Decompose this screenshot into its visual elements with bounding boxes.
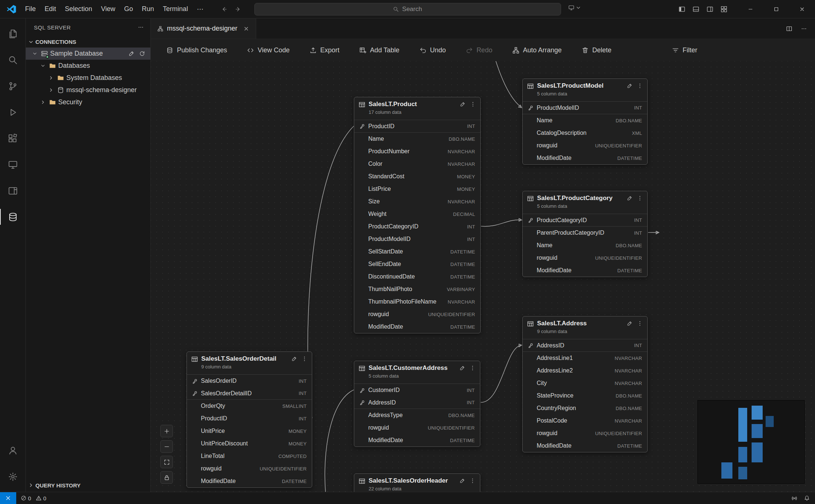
column-row-modifieddate[interactable]: ModifiedDate DATETIME	[354, 434, 480, 447]
activity-item-panel-view[interactable]	[0, 178, 25, 204]
back-button[interactable]	[221, 6, 227, 12]
column-row-modifieddate[interactable]: ModifiedDate DATETIME	[523, 264, 647, 277]
remote-window-indicator[interactable]	[568, 5, 581, 11]
table-menu-button[interactable]	[470, 101, 476, 107]
column-row-name[interactable]: Name DBO.NAME	[523, 239, 647, 252]
table-node-header[interactable]: SalesLT.SalesOrderHeader 22 column data	[354, 474, 480, 492]
delete-button[interactable]: Delete	[582, 46, 612, 54]
chevron-right-icon[interactable]	[47, 87, 55, 93]
minimize-button[interactable]	[738, 0, 763, 18]
table-menu-button[interactable]	[637, 195, 643, 201]
toggle-secondary-sidebar-button[interactable]	[707, 6, 713, 13]
column-row-name[interactable]: Name DBO.NAME	[354, 133, 480, 145]
forward-button[interactable]	[235, 6, 241, 12]
column-row-addressid[interactable]: AddressID INT	[354, 396, 480, 409]
table-menu-button[interactable]	[637, 321, 643, 326]
broadcast-icon[interactable]	[791, 495, 797, 501]
menu-edit[interactable]: Edit	[40, 3, 60, 15]
maximize-button[interactable]	[763, 0, 789, 18]
column-row-rowguid[interactable]: rowguid UNIQUEIDENTIFIER	[354, 308, 480, 321]
column-row-name[interactable]: Name DBO.NAME	[523, 114, 647, 127]
tree-item-databases[interactable]: Databases	[26, 60, 150, 72]
toggle-panel-button[interactable]	[693, 6, 699, 13]
column-row-addressid[interactable]: AddressID INT	[523, 339, 647, 352]
column-row-salesorderdetailid[interactable]: SalesOrderDetailID INT	[187, 387, 312, 400]
column-row-sellenddate[interactable]: SellEndDate DATETIME	[354, 258, 480, 270]
table-menu-button[interactable]	[470, 478, 476, 484]
table-node-header[interactable]: SalesLT.CustomerAddress 5 column data	[354, 361, 480, 384]
tree-item-security[interactable]: Security	[26, 96, 150, 108]
edit-table-button[interactable]	[460, 101, 466, 107]
activity-item-accounts[interactable]	[0, 437, 25, 463]
filter-button[interactable]: Filter	[672, 46, 697, 54]
column-row-rowguid[interactable]: rowguid UNIQUEIDENTIFIER	[523, 427, 647, 440]
column-row-addresstype[interactable]: AddressType DBO.NAME	[354, 409, 480, 421]
split-editor-button[interactable]	[786, 26, 792, 32]
edit-button[interactable]	[128, 50, 135, 57]
edit-table-button[interactable]	[459, 478, 465, 484]
table-node-address[interactable]: SalesLT.Address 9 column data AddressID …	[522, 316, 648, 452]
problems-status[interactable]: 0 0	[21, 495, 49, 501]
column-row-rowguid[interactable]: rowguid UNIQUEIDENTIFIER	[523, 139, 647, 152]
column-row-modifieddate[interactable]: ModifiedDate DATETIME	[187, 475, 312, 487]
query-history-section[interactable]: QUERY HISTORY	[26, 479, 150, 492]
fit-view-button[interactable]	[160, 456, 173, 468]
column-row-stateprovince[interactable]: StateProvince DBO.NAME	[523, 389, 647, 402]
activity-item-search[interactable]	[0, 47, 25, 73]
command-center-search[interactable]: Search	[254, 3, 561, 15]
column-row-rowguid[interactable]: rowguid UNIQUEIDENTIFIER	[354, 421, 480, 434]
column-row-linetotal[interactable]: LineTotal COMPUTED	[187, 450, 312, 462]
column-row-thumbnailphoto[interactable]: ThumbNailPhoto VARBINARY	[354, 283, 480, 295]
column-row-city[interactable]: City NVARCHAR	[523, 377, 647, 389]
table-node-product-model[interactable]: SalesLT.ProductModel 5 column data Produ…	[522, 78, 648, 165]
redo-button[interactable]: Redo	[466, 46, 492, 54]
lock-canvas-button[interactable]	[160, 471, 173, 484]
column-row-postalcode[interactable]: PostalCode NVARCHAR	[523, 414, 647, 427]
column-row-weight[interactable]: Weight DECIMAL	[354, 208, 480, 220]
undo-button[interactable]: Undo	[419, 46, 446, 54]
close-tab-button[interactable]	[243, 26, 249, 32]
menu-terminal[interactable]: Terminal	[159, 3, 192, 15]
refresh-button[interactable]	[139, 50, 145, 57]
column-row-thumbnailphotofilename[interactable]: ThumbnailPhotoFileName NVARCHAR	[354, 295, 480, 308]
menu-selection[interactable]: Selection	[60, 3, 97, 15]
tree-item-sample-database[interactable]: Sample Database	[26, 48, 150, 60]
remote-indicator[interactable]	[0, 492, 16, 504]
menu-overflow[interactable]: ⋯	[192, 3, 208, 15]
column-row-color[interactable]: Color NVARCHAR	[354, 158, 480, 170]
schema-canvas[interactable]: SalesLT.Product 17 column data ProductID…	[151, 61, 815, 492]
chevron-down-icon[interactable]	[39, 63, 46, 69]
edit-table-button[interactable]	[459, 365, 465, 371]
menu-go[interactable]: Go	[120, 3, 137, 15]
table-node-sales-order-detail[interactable]: SalesLT.SalesOrderDetail 9 column data S…	[187, 351, 312, 488]
zoom-out-button[interactable]	[160, 440, 173, 453]
column-row-modifieddate[interactable]: ModifiedDate DATETIME	[523, 440, 647, 452]
tree-item-mssql-schema-designer[interactable]: mssql-schema-designer	[26, 84, 150, 96]
column-row-standardcost[interactable]: StandardCost MONEY	[354, 170, 480, 183]
view-code-button[interactable]: View Code	[247, 46, 290, 54]
sidebar-more-actions-button[interactable]	[138, 24, 144, 30]
menu-view[interactable]: View	[97, 3, 120, 15]
publish-changes-button[interactable]: Publish Changes	[166, 46, 227, 54]
column-row-modifieddate[interactable]: ModifiedDate DATETIME	[523, 152, 647, 164]
column-row-productid[interactable]: ProductID INT	[354, 120, 480, 133]
activity-item-settings[interactable]	[0, 463, 25, 490]
table-menu-button[interactable]	[637, 83, 643, 89]
tree-item-system-databases[interactable]: System Databases	[26, 72, 150, 84]
notifications-bell-icon[interactable]	[804, 495, 810, 501]
table-node-sales-order-header[interactable]: SalesLT.SalesOrderHeader 22 column data	[354, 473, 480, 492]
column-row-customerid[interactable]: CustomerID INT	[354, 384, 480, 396]
column-row-addressline1[interactable]: AddressLine1 NVARCHAR	[523, 352, 647, 364]
table-node-header[interactable]: SalesLT.ProductModel 5 column data	[523, 79, 647, 102]
column-row-rowguid[interactable]: rowguid UNIQUEIDENTIFIER	[523, 252, 647, 264]
tab-mssql-schema-designer[interactable]: mssql-schema-designer	[151, 18, 256, 39]
column-row-unitprice[interactable]: UnitPrice MONEY	[187, 425, 312, 437]
activity-item-source-control[interactable]	[0, 73, 25, 99]
column-row-productcategoryid[interactable]: ProductCategoryID INT	[354, 220, 480, 233]
toggle-primary-sidebar-button[interactable]	[679, 6, 685, 13]
chevron-right-icon[interactable]	[47, 75, 55, 81]
chevron-right-icon[interactable]	[39, 99, 46, 105]
table-menu-button[interactable]	[302, 356, 307, 362]
table-node-customer-address[interactable]: SalesLT.CustomerAddress 5 column data Cu…	[354, 361, 480, 447]
table-menu-button[interactable]	[470, 365, 476, 371]
